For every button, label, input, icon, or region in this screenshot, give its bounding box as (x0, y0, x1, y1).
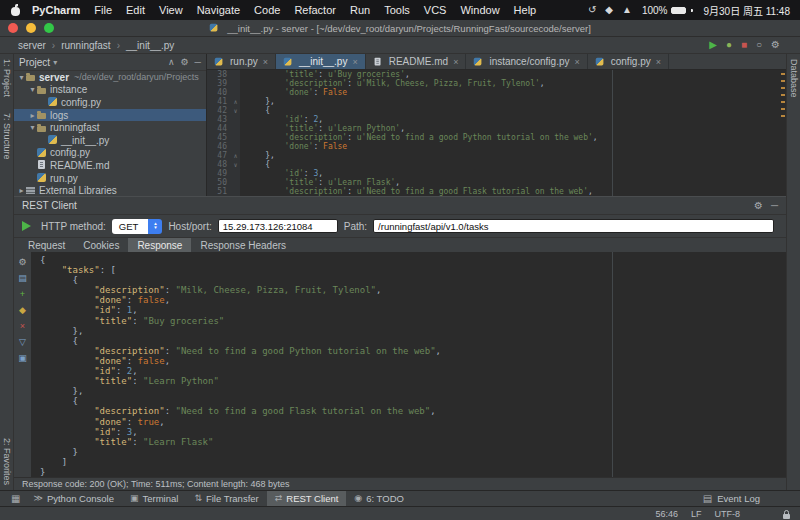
menu-view[interactable]: View (159, 4, 183, 16)
menu-pycharm[interactable]: PyCharm (32, 4, 80, 16)
menu-refactor[interactable]: Refactor (294, 4, 336, 16)
close-tab-icon[interactable]: × (352, 57, 357, 67)
rest-tab-request[interactable]: Request (19, 238, 74, 253)
close-tab-icon[interactable]: × (656, 57, 661, 67)
tree-item-external-libraries[interactable]: ▸External Libraries (14, 184, 206, 196)
fold-marker[interactable]: ∧ (231, 97, 240, 106)
rest-tab-cookies[interactable]: Cookies (74, 238, 128, 253)
close-tab-icon[interactable]: × (263, 57, 268, 67)
toolwindow-button-terminal[interactable]: ▣Terminal (122, 491, 186, 506)
menu-run[interactable]: Run (350, 4, 370, 16)
minimize-window-button[interactable] (26, 23, 36, 33)
run-request-icon[interactable] (22, 221, 31, 231)
tree-item-readme-md[interactable]: README.md (14, 159, 206, 172)
editor-tab-instance-config-py[interactable]: instance/config.py× (466, 54, 587, 69)
apple-logo-icon[interactable] (10, 4, 22, 17)
folder-icon[interactable]: ▣ (18, 354, 27, 363)
editor-tab-run-py[interactable]: run.py× (207, 54, 276, 69)
rest-tab-response-headers[interactable]: Response Headers (191, 238, 295, 253)
menu-window[interactable]: Window (460, 4, 499, 16)
edit-icon[interactable]: ◆ (19, 306, 26, 315)
settings-icon[interactable]: ⚙ (18, 258, 26, 267)
response-token (40, 366, 94, 376)
stop-icon[interactable]: ■ (741, 40, 747, 50)
lock-icon[interactable] (783, 510, 790, 520)
toolwindow-button-file-transfer[interactable]: ⇅File Transfer (186, 491, 266, 506)
run-icon[interactable]: ▶ (709, 40, 717, 50)
window-title-bar: __init__.py - server - [~/dev/dev_root/d… (0, 20, 800, 37)
stripe-button-7-structure[interactable]: 7: Structure (2, 113, 12, 160)
tree-expand-arrow[interactable]: ▸ (28, 111, 37, 120)
tree-item-config-py[interactable]: config.py (14, 96, 206, 109)
breadcrumb-init-py[interactable]: __init__.py (126, 40, 174, 51)
settings-gear-icon[interactable]: ⚙ (754, 201, 763, 211)
toolwindow-button-python-console[interactable]: ≫Python Console (25, 491, 122, 506)
tree-item-runningfast[interactable]: ▾runningfast (14, 121, 206, 134)
fold-marker[interactable]: ∧ (231, 151, 240, 160)
menu-help[interactable]: Help (514, 4, 537, 16)
hide-panel-icon[interactable]: ─ (195, 58, 201, 67)
toolwindow-button-6-todo[interactable]: ◉6: TODO (346, 491, 412, 506)
zoom-window-button[interactable] (44, 23, 54, 33)
encoding-indicator[interactable]: UTF-8 (715, 509, 741, 519)
response-line: "id": 2, (40, 366, 786, 376)
tree-expand-arrow[interactable]: ▾ (17, 73, 26, 82)
toolwindow-button-rest-client[interactable]: ⇄REST Client (267, 491, 347, 506)
rest-tab-response[interactable]: Response (128, 238, 191, 253)
close-tab-icon[interactable]: × (574, 57, 579, 67)
tree-item-config-py[interactable]: config.py (14, 147, 206, 160)
tree-item-init-py[interactable]: __init__.py (14, 134, 206, 147)
code-editor[interactable]: 38 'title': u'Buy groceries',39 'descrip… (207, 70, 786, 196)
event-log-button[interactable]: ▤Event Log (703, 491, 794, 506)
menu-edit[interactable]: Edit (126, 4, 145, 16)
tree-expand-arrow[interactable]: ▾ (28, 123, 37, 132)
menu-tools[interactable]: Tools (384, 4, 410, 16)
file-icon[interactable]: ▤ (18, 274, 27, 283)
line-separator-indicator[interactable]: LF (691, 509, 702, 519)
tree-expand-arrow[interactable]: ▾ (28, 85, 37, 94)
host-port-input[interactable] (218, 219, 338, 233)
bluetooth-icon[interactable]: ◆ (605, 5, 613, 15)
breadcrumb-runningfast[interactable]: runningfast (61, 40, 110, 51)
tool-window-switcher[interactable]: ▦ (6, 491, 25, 506)
search-icon[interactable]: ○ (756, 40, 762, 50)
tree-item-instance[interactable]: ▾instance (14, 84, 206, 97)
response-viewer[interactable]: { "tasks": [ { "description": "Milk, Che… (32, 252, 786, 477)
collapse-all-icon[interactable]: ∧ (168, 58, 175, 67)
menu-vcs[interactable]: VCS (424, 4, 447, 16)
fold-marker[interactable]: ∨ (231, 106, 240, 115)
settings-gear-icon[interactable]: ⚙ (181, 58, 189, 67)
tree-item-run-py[interactable]: run.py (14, 172, 206, 185)
stripe-button-database[interactable]: Database (789, 59, 799, 98)
editor-tab-config-py[interactable]: config.py× (588, 54, 669, 69)
tool-window-switcher-icon[interactable]: ▦ (11, 494, 20, 504)
editor-tab-readme-md[interactable]: README.md× (366, 54, 467, 69)
tree-item-logs[interactable]: ▸logs (14, 109, 206, 122)
fold-marker[interactable]: ∨ (231, 160, 240, 169)
stripe-button-1-project[interactable]: 1: Project (2, 59, 12, 97)
tree-item-server[interactable]: ▾server~/dev/dev_root/daryun/Projects (14, 71, 206, 84)
tree-expand-arrow[interactable]: ▸ (17, 186, 26, 195)
menubar-clock[interactable]: 9月30日 周五 11:48 (703, 3, 790, 18)
battery-indicator[interactable]: 100% (642, 5, 694, 16)
settings-gear-icon[interactable]: ⚙ (771, 40, 780, 50)
editor-tab-init-py[interactable]: __init__.py× (276, 54, 366, 69)
stripe-button-2-favorites[interactable]: 2: Favorites (2, 438, 12, 485)
close-icon[interactable]: × (20, 322, 25, 331)
project-view-selector[interactable]: Project (19, 57, 50, 68)
wifi-icon[interactable]: ▲ (622, 5, 632, 15)
add-icon[interactable]: + (20, 290, 25, 299)
filter-icon[interactable]: ▽ (19, 338, 26, 347)
http-method-select[interactable]: GET ▲▼ (112, 219, 163, 234)
close-window-button[interactable] (8, 23, 18, 33)
menu-code[interactable]: Code (254, 4, 280, 16)
debug-icon[interactable]: ● (726, 40, 732, 50)
close-tab-icon[interactable]: × (453, 57, 458, 67)
path-input[interactable] (373, 219, 774, 233)
menu-navigate[interactable]: Navigate (197, 4, 240, 16)
breadcrumb-server[interactable]: server (18, 40, 46, 51)
sync-icon[interactable]: ↺ (588, 5, 596, 15)
hide-panel-icon[interactable]: ─ (771, 201, 778, 211)
caret-position[interactable]: 56:46 (655, 509, 678, 519)
menu-file[interactable]: File (94, 4, 112, 16)
